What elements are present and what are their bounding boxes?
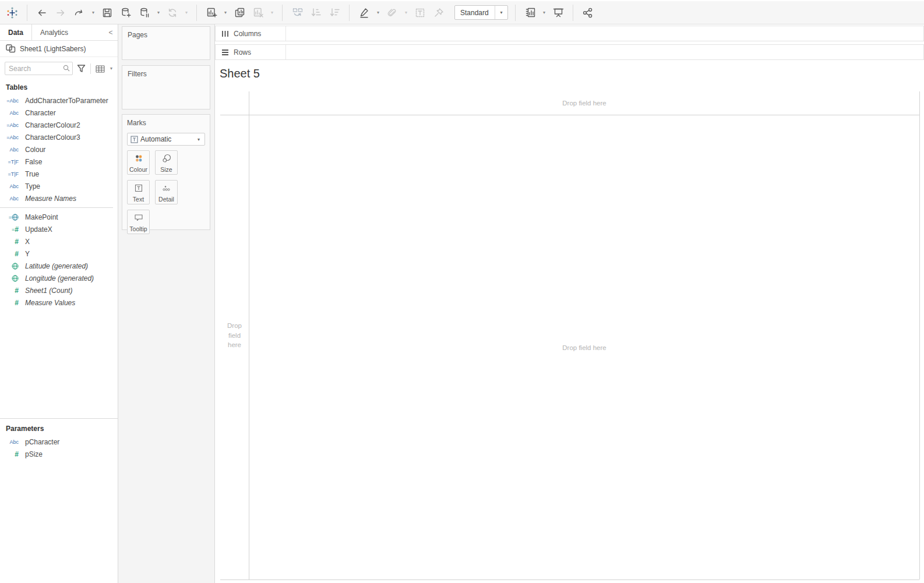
save-icon[interactable]: [100, 5, 115, 20]
field-row[interactable]: Abc Type: [0, 180, 118, 192]
share-icon[interactable]: [580, 5, 595, 20]
search-row: ▾: [0, 57, 118, 77]
sheet-title[interactable]: Sheet 5: [220, 67, 260, 80]
marks-buttons: Colour Size: [127, 150, 205, 234]
tooltip-icon: [134, 210, 143, 225]
refresh-icon: [165, 5, 180, 20]
detail-button[interactable]: Detail: [155, 180, 178, 204]
field-row[interactable]: Abc Character: [0, 107, 118, 119]
field-label: Measure Values: [25, 299, 75, 307]
clear-sheet-icon: [251, 5, 266, 20]
filter-fields-icon[interactable]: [75, 63, 87, 75]
sort-ascending-icon: [308, 5, 323, 20]
field-row[interactable]: Abc Colour: [0, 143, 118, 156]
drop-zone-rows[interactable]: Drop field here: [220, 91, 249, 580]
field-row[interactable]: # Measure Values: [0, 296, 118, 309]
field-label: CharacterColour2: [25, 121, 80, 129]
text-button[interactable]: Text: [127, 180, 150, 204]
filters-shelf-label: Filters: [128, 70, 147, 78]
field-row[interactable]: # Y: [0, 248, 118, 260]
string-icon: Abc: [3, 147, 20, 153]
pages-shelf[interactable]: Pages: [122, 26, 210, 60]
highlight-dropdown-caret[interactable]: ▾: [375, 10, 381, 15]
pause-updates-dropdown-caret[interactable]: ▾: [156, 10, 161, 15]
field-row[interactable]: =T|F False: [0, 156, 118, 168]
mark-type-value: Automatic: [140, 135, 193, 143]
filters-shelf[interactable]: Filters: [122, 65, 210, 109]
field-row[interactable]: Longitude (generated): [0, 272, 118, 284]
view-options-caret[interactable]: ▾: [108, 66, 114, 71]
view-options-grid-icon[interactable]: [94, 63, 106, 75]
field-row[interactable]: # Sheet1 (Count): [0, 284, 118, 296]
columns-shelf-drop-area[interactable]: [286, 26, 923, 41]
new-worksheet-icon[interactable]: [204, 5, 219, 20]
search-box[interactable]: [5, 62, 73, 75]
size-icon: [162, 151, 171, 166]
collapse-pane-icon[interactable]: <: [104, 24, 118, 40]
duplicate-sheet-icon[interactable]: [232, 5, 247, 20]
size-button[interactable]: Size: [155, 150, 178, 175]
highlight-icon[interactable]: [357, 5, 372, 20]
detail-button-label: Detail: [158, 196, 174, 203]
field-row[interactable]: =Abc CharacterColour2: [0, 119, 118, 131]
number-icon: #: [3, 450, 20, 458]
field-label: Measure Names: [25, 195, 76, 203]
show-hide-cards-caret[interactable]: ▾: [541, 10, 547, 15]
toolbar-separator: [27, 5, 27, 21]
colour-button[interactable]: Colour: [127, 150, 150, 175]
marks-card: Marks Automatic ▾: [122, 114, 210, 230]
field-row[interactable]: =T|F True: [0, 168, 118, 180]
mark-type-dropdown[interactable]: Automatic ▾: [127, 133, 205, 146]
rows-shelf[interactable]: Rows: [215, 44, 924, 60]
swap-rows-columns-icon[interactable]: [290, 5, 305, 20]
parameter-row[interactable]: # pSize: [0, 448, 118, 460]
field-row[interactable]: =Abc CharacterColour3: [0, 131, 118, 143]
parameters-header: Parameters: [0, 419, 118, 436]
drop-zone-rows-text-line: Drop: [227, 321, 242, 331]
rows-shelf-drop-area[interactable]: [286, 45, 923, 59]
new-worksheet-dropdown-caret[interactable]: ▾: [223, 10, 228, 15]
field-label: Colour: [25, 146, 45, 154]
field-label: X: [25, 238, 30, 246]
tables-header: Tables: [0, 77, 118, 94]
field-label: MakePoint: [25, 213, 58, 221]
tab-analytics[interactable]: Analytics: [32, 24, 104, 40]
replay-icon[interactable]: [72, 5, 87, 20]
drop-zone-view-text: Drop field here: [562, 344, 606, 351]
calculated-number-icon: =#: [3, 225, 20, 234]
mark-type-caret[interactable]: ▾: [193, 133, 204, 145]
columns-shelf[interactable]: Columns: [215, 26, 924, 41]
tableau-logo-icon[interactable]: [5, 5, 20, 20]
field-row[interactable]: Abc Measure Names: [0, 192, 118, 204]
field-row[interactable]: Latitude (generated): [0, 260, 118, 272]
pages-shelf-label: Pages: [128, 31, 147, 39]
view-border-line-right: [919, 91, 920, 580]
colour-icon: [135, 151, 143, 166]
show-hide-cards-icon[interactable]: [523, 5, 538, 20]
presentation-mode-icon[interactable]: [551, 5, 566, 20]
pause-auto-updates-icon[interactable]: [137, 5, 152, 20]
field-row[interactable]: =# UpdateX: [0, 223, 118, 235]
drop-zone-columns[interactable]: Drop field here: [249, 91, 919, 115]
field-row[interactable]: = MakePoint: [0, 211, 118, 223]
worksheet-canvas: Columns Rows Sheet 5 Drop field here Dro…: [215, 24, 924, 583]
text-button-label: Text: [133, 196, 144, 203]
undo-icon[interactable]: [34, 5, 50, 20]
redo-icon: [53, 5, 68, 20]
datasource-item[interactable]: Sheet1 (LightSabers): [0, 41, 118, 57]
replay-dropdown-caret[interactable]: ▾: [90, 10, 96, 15]
fit-selector[interactable]: Standard ▾: [454, 5, 508, 20]
parameter-row[interactable]: Abc pCharacter: [0, 436, 118, 448]
fit-selector-caret[interactable]: ▾: [495, 6, 507, 19]
number-icon: #: [3, 299, 20, 307]
tooltip-button[interactable]: Tooltip: [127, 210, 150, 234]
field-row[interactable]: =Abc AddCharacterToParameter: [0, 94, 118, 107]
datasource-icon: [6, 44, 16, 53]
tab-data[interactable]: Data: [0, 24, 32, 40]
string-icon: Abc: [3, 196, 20, 202]
field-row[interactable]: # X: [0, 235, 118, 248]
new-datasource-icon[interactable]: [118, 5, 133, 20]
drop-zone-view[interactable]: Drop field here: [249, 115, 919, 580]
separator: [90, 63, 91, 74]
toolbar-separator: [515, 5, 516, 21]
